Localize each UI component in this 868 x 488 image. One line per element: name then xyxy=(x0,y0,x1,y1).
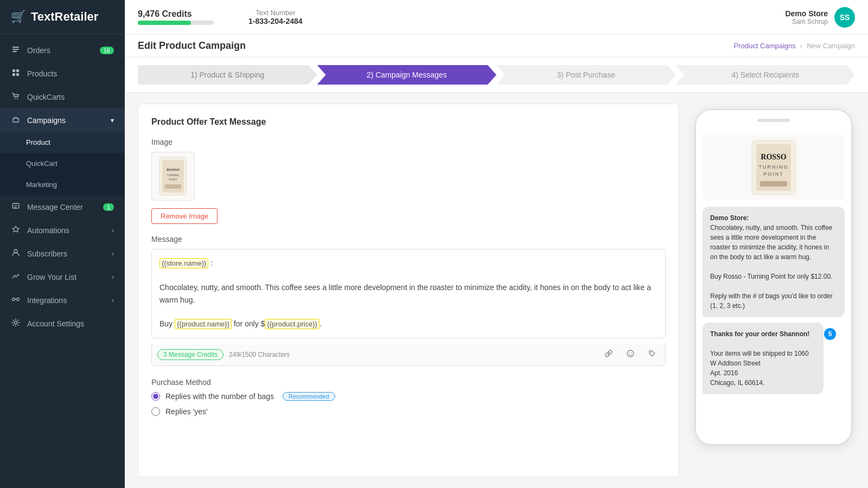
sidebar-item-quickcarts[interactable]: QuickCarts xyxy=(0,85,125,108)
sidebar-item-subscribers-label: Subscribers xyxy=(27,249,67,258)
step-3[interactable]: 3) Post Purchase xyxy=(496,65,676,85)
svg-rect-4 xyxy=(16,69,19,72)
main-content: 9,476 Credits Text Number 1-833-204-2484… xyxy=(125,0,868,488)
page-header: Edit Product Campaign Product Campaigns … xyxy=(125,35,868,57)
breadcrumb-link[interactable]: Product Campaigns xyxy=(734,42,796,50)
svg-text:POINT: POINT xyxy=(169,178,177,181)
sidebar-item-marketing[interactable]: Marketing xyxy=(0,174,125,195)
svg-text:ROSSO: ROSSO xyxy=(167,168,180,172)
sidebar-item-quickcart[interactable]: QuickCart xyxy=(0,153,125,174)
sidebar-item-integrations[interactable]: Integrations › xyxy=(0,288,125,312)
subscribers-icon xyxy=(11,248,21,259)
step-1-label: 1) Product & Shipping xyxy=(190,70,264,79)
campaigns-chevron-icon: ▾ xyxy=(111,117,114,124)
text-number-section: Text Number 1-833-204-2484 xyxy=(248,9,303,25)
svg-point-12 xyxy=(17,298,20,301)
sidebar-item-products[interactable]: Products xyxy=(0,62,125,85)
product-image: ROSSO TURNING POINT xyxy=(154,155,192,198)
sidebar-logo: 🛒 TextRetailer xyxy=(0,0,125,34)
text-number-label: Text Number xyxy=(256,9,296,17)
order-confirm-name: Thanks for your order Shannon! xyxy=(710,330,809,338)
credits-amount: 9,476 Credits xyxy=(138,9,214,19)
svg-point-22 xyxy=(631,352,633,354)
user-avatar[interactable]: SS xyxy=(834,7,855,28)
sidebar-item-automations-label: Automations xyxy=(27,226,69,235)
breadcrumb: Product Campaigns › New Campaign xyxy=(734,42,855,50)
credits-badge: 3 Message Credits xyxy=(157,349,224,360)
preview-message1: Chocolatey, nutty, and smooth. This coff… xyxy=(710,224,832,261)
user-store: Demo Store xyxy=(785,9,828,18)
remove-image-button[interactable]: Remove Image xyxy=(151,208,218,224)
text-number-value: 1-833-204-2484 xyxy=(248,17,303,25)
store-name-token: {{store.name}} xyxy=(159,258,208,268)
quickcarts-icon xyxy=(11,92,21,102)
sidebar-item-automations[interactable]: Automations › xyxy=(0,219,125,242)
buy-text: Buy xyxy=(159,319,173,328)
credits-bar-fill xyxy=(138,21,191,25)
credits-bar xyxy=(138,21,214,25)
radio-bags-input[interactable] xyxy=(151,392,160,401)
user-info: Demo Store Sam Schrup xyxy=(785,9,828,25)
orders-badge: 16 xyxy=(100,47,114,54)
product-name-token: {{product.name}} xyxy=(175,319,232,329)
sidebar-item-message-center[interactable]: Message Center 1 xyxy=(0,195,125,219)
grow-list-icon xyxy=(11,272,21,282)
radio-yes-label: Replies 'yes' xyxy=(165,407,208,416)
svg-rect-19 xyxy=(165,184,181,189)
phone-product-image: ROSSO TURNING POINT xyxy=(703,135,845,200)
sidebar-item-orders[interactable]: Orders 16 xyxy=(0,38,125,62)
panel-title: Product Offer Text Message xyxy=(151,117,666,127)
svg-point-10 xyxy=(14,249,17,253)
sidebar-item-product[interactable]: Product xyxy=(0,132,125,153)
message-actions xyxy=(601,348,660,361)
svg-rect-29 xyxy=(760,181,787,187)
radio-yes-input[interactable] xyxy=(151,407,160,416)
sidebar-item-account-settings-label: Account Settings xyxy=(27,319,84,328)
message-center-badge: 1 xyxy=(103,203,114,211)
breadcrumb-separator: › xyxy=(800,42,802,50)
message-center-icon xyxy=(11,202,21,212)
sidebar-item-quickcarts-label: QuickCarts xyxy=(27,93,65,101)
radio-bags-label: Replies with the number of bags xyxy=(165,392,274,401)
sidebar-item-campaigns[interactable]: Campaigns ▾ xyxy=(0,108,125,132)
orders-icon xyxy=(11,45,21,55)
step-1[interactable]: 1) Product & Shipping xyxy=(138,65,317,85)
step-4-label: 4) Select Recipients xyxy=(731,70,799,79)
message-footer: 3 Message Credits 249/1500 Characters xyxy=(151,344,666,366)
store-name-preview: Demo Store: xyxy=(710,214,749,222)
topbar: 9,476 Credits Text Number 1-833-204-2484… xyxy=(125,0,868,35)
phone-product-svg: ROSSO TURNING POINT xyxy=(741,138,806,197)
step-3-label: 3) Post Purchase xyxy=(557,70,615,79)
automations-chevron-icon: › xyxy=(112,227,114,234)
subscribers-chevron-icon: › xyxy=(112,250,114,258)
sidebar-item-subscribers[interactable]: Subscribers › xyxy=(0,242,125,265)
phone-mockup: ROSSO TURNING POINT Demo Store: Chocolat… xyxy=(695,109,852,445)
user-name: Sam Schrup xyxy=(792,18,828,25)
chat-bubble-store: Demo Store: Chocolatey, nutty, and smoot… xyxy=(703,207,845,317)
svg-rect-3 xyxy=(12,69,15,72)
tag-button[interactable] xyxy=(644,348,660,361)
sidebar-item-product-label: Product xyxy=(26,138,50,146)
message-colon: : xyxy=(210,259,213,267)
recommended-badge: Recommended xyxy=(283,392,335,401)
steps-bar: 1) Product & Shipping 2) Campaign Messag… xyxy=(125,57,868,93)
phone-notch xyxy=(757,119,790,122)
message-box[interactable]: {{store.name}} : Chocolatey, nutty, and … xyxy=(151,249,666,338)
messages-container: Demo Store: Chocolatey, nutty, and smoot… xyxy=(703,207,845,435)
sidebar-item-marketing-label: Marketing xyxy=(26,181,57,189)
account-settings-icon xyxy=(11,318,21,329)
step-4[interactable]: 4) Select Recipients xyxy=(676,65,856,85)
message-section: Message {{store.name}} : Chocolatey, nut… xyxy=(151,235,666,366)
emoji-button[interactable] xyxy=(623,348,638,361)
svg-point-21 xyxy=(629,352,630,354)
step-2[interactable]: 2) Campaign Messages xyxy=(317,65,497,85)
breadcrumb-current: New Campaign xyxy=(807,42,855,50)
svg-rect-5 xyxy=(12,73,15,76)
sidebar-item-grow-your-list[interactable]: Grow Your List › xyxy=(0,265,125,288)
sidebar-item-grow-your-list-label: Grow Your List xyxy=(27,273,76,281)
svg-text:POINT: POINT xyxy=(763,171,784,177)
product-price-token: {{product.price}} xyxy=(265,319,320,329)
link-button[interactable] xyxy=(601,348,616,361)
sidebar-item-quickcart-label: QuickCart xyxy=(26,159,58,168)
sidebar-item-account-settings[interactable]: Account Settings xyxy=(0,312,125,335)
